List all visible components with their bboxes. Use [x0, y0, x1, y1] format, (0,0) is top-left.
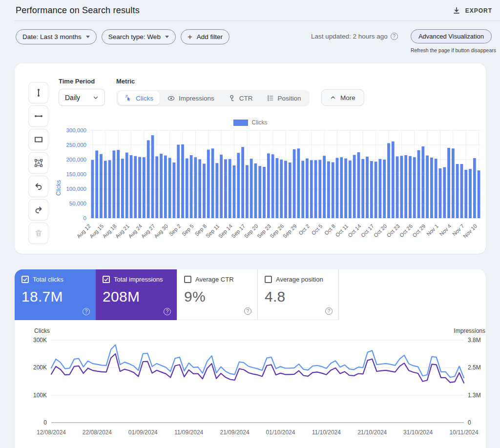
svg-text:Sep 23: Sep 23: [256, 223, 272, 239]
help-icon[interactable]: ?: [325, 307, 333, 315]
svg-text:A: A: [37, 161, 40, 165]
svg-text:Nov 1: Nov 1: [425, 223, 439, 237]
clicks-impressions-line-chart[interactable]: 300K3.8M200K2.5M100K1.3M00ClicksImpressi…: [24, 327, 486, 445]
vertical-line-icon: [34, 88, 43, 98]
export-label: EXPORT: [465, 7, 492, 14]
average-position-checkbox[interactable]: [265, 276, 272, 283]
total-impressions-value: 208M: [103, 288, 170, 305]
svg-text:Oct 29: Oct 29: [411, 223, 426, 238]
advanced-visualization-button[interactable]: Advanced Visualization: [411, 29, 492, 43]
total-impressions-card[interactable]: Total impressions 208M ?: [96, 269, 177, 320]
tap-icon: [228, 94, 236, 102]
help-icon[interactable]: ?: [391, 33, 398, 40]
date-filter-chip[interactable]: Date: Last 3 months: [16, 29, 97, 44]
svg-text:Oct 11: Oct 11: [334, 223, 349, 238]
total-clicks-value: 18.7M: [21, 288, 89, 305]
svg-text:0: 0: [468, 419, 471, 426]
svg-text:Nov 10: Nov 10: [462, 223, 478, 239]
average-position-label: Average position: [276, 276, 323, 283]
average-ctr-card[interactable]: Average CTR 9% ?: [177, 269, 258, 320]
add-filter-button[interactable]: + Add filter: [181, 29, 229, 44]
svg-text:01/09/2024: 01/09/2024: [128, 429, 158, 436]
check-icon: [22, 277, 28, 282]
cursor-click-icon: [125, 94, 132, 102]
average-ctr-checkbox[interactable]: [184, 276, 191, 283]
text-annotation-tool-button[interactable]: A: [28, 152, 48, 174]
help-icon[interactable]: ?: [244, 307, 251, 315]
average-ctr-value: 9%: [184, 288, 250, 305]
total-impressions-checkbox[interactable]: [103, 276, 110, 283]
svg-text:11/10/2024: 11/10/2024: [312, 429, 341, 436]
svg-text:Sep 17: Sep 17: [230, 223, 246, 239]
rectangle-icon: [34, 135, 43, 144]
clicks-legend-label: Clicks: [252, 119, 268, 126]
svg-text:Oct 23: Oct 23: [385, 223, 400, 238]
metric-tab-ctr[interactable]: CTR: [222, 91, 259, 105]
metric-tab-impressions[interactable]: Impressions: [161, 91, 221, 105]
svg-text:0: 0: [83, 215, 86, 221]
advanced-visualization-panel: A Time Period Daily: [15, 63, 486, 254]
svg-text:Aug 27: Aug 27: [140, 223, 156, 239]
svg-text:Sep 20: Sep 20: [243, 223, 259, 239]
undo-button[interactable]: [28, 176, 48, 197]
svg-text:11/09/2024: 11/09/2024: [174, 429, 203, 436]
chevron-down-icon: [93, 95, 99, 101]
svg-text:Sep 5: Sep 5: [181, 223, 195, 237]
svg-text:21/10/2024: 21/10/2024: [357, 429, 387, 436]
metric-label: Metric: [116, 78, 135, 85]
svg-text:Oct 20: Oct 20: [373, 223, 388, 238]
svg-text:31/10/2024: 31/10/2024: [403, 429, 433, 436]
search-type-label: Search type: Web: [108, 33, 161, 41]
export-button[interactable]: EXPORT: [452, 6, 492, 15]
svg-text:100K: 100K: [33, 392, 47, 399]
more-label: More: [340, 94, 355, 102]
redo-button[interactable]: [28, 199, 48, 221]
svg-text:Aug 21: Aug 21: [114, 223, 130, 239]
svg-text:100,000: 100,000: [66, 186, 86, 192]
svg-text:Clicks: Clicks: [34, 327, 50, 334]
metric-tab-clicks[interactable]: Clicks: [118, 91, 160, 105]
more-button[interactable]: More: [321, 89, 364, 106]
vertical-line-tool-button[interactable]: [28, 82, 48, 103]
svg-text:250,000: 250,000: [66, 142, 86, 148]
svg-text:1.3M: 1.3M: [468, 392, 481, 399]
check-icon: [104, 277, 109, 282]
help-icon[interactable]: ?: [83, 308, 90, 315]
rectangle-tool-button[interactable]: [28, 129, 48, 150]
svg-text:300,000: 300,000: [66, 127, 86, 133]
clicks-bar-chart[interactable]: 300,000250,000200,000150,000100,00050,00…: [61, 126, 486, 252]
date-filter-label: Date: Last 3 months: [22, 33, 82, 41]
metric-tab-position[interactable]: Position: [260, 91, 308, 105]
svg-text:Aug 24: Aug 24: [127, 223, 143, 239]
metric-tab-impressions-label: Impressions: [179, 95, 214, 102]
svg-text:01/10/2024: 01/10/2024: [266, 429, 295, 436]
svg-text:150,000: 150,000: [66, 171, 86, 177]
svg-text:200K: 200K: [33, 364, 47, 371]
total-clicks-card[interactable]: Total clicks 18.7M ?: [15, 269, 96, 320]
search-console-performance-page: Performance on Search results EXPORT Dat…: [0, 0, 500, 448]
svg-text:2.5M: 2.5M: [468, 364, 481, 371]
svg-text:50,000: 50,000: [69, 201, 86, 206]
delete-annotation-button[interactable]: [28, 223, 48, 244]
search-type-filter-chip[interactable]: Search type: Web: [102, 29, 176, 44]
topbar: Performance on Search results EXPORT: [0, 0, 500, 20]
download-icon: [452, 6, 461, 15]
svg-text:Nov 4: Nov 4: [438, 223, 452, 237]
svg-text:21/09/2024: 21/09/2024: [220, 429, 250, 436]
metric-tab-position-label: Position: [278, 95, 301, 102]
svg-text:Aug 12: Aug 12: [76, 223, 92, 239]
svg-text:22/08/2024: 22/08/2024: [83, 429, 112, 436]
total-clicks-checkbox[interactable]: [21, 276, 29, 283]
svg-text:10/11/2024: 10/11/2024: [449, 429, 478, 436]
refresh-note: Refresh the page if button disappears: [411, 47, 496, 53]
average-position-card[interactable]: Average position 4.8 ?: [258, 269, 339, 320]
filter-bar: Date: Last 3 months Search type: Web + A…: [0, 21, 500, 53]
svg-text:Aug 18: Aug 18: [101, 223, 117, 239]
svg-text:3.8M: 3.8M: [468, 337, 481, 344]
time-period-select[interactable]: Daily: [59, 89, 105, 106]
time-period-value: Daily: [65, 94, 80, 102]
chevron-down-icon: [86, 36, 90, 38]
svg-text:Sep 2: Sep 2: [168, 223, 182, 237]
help-icon[interactable]: ?: [164, 308, 171, 315]
plus-icon: +: [188, 33, 192, 41]
